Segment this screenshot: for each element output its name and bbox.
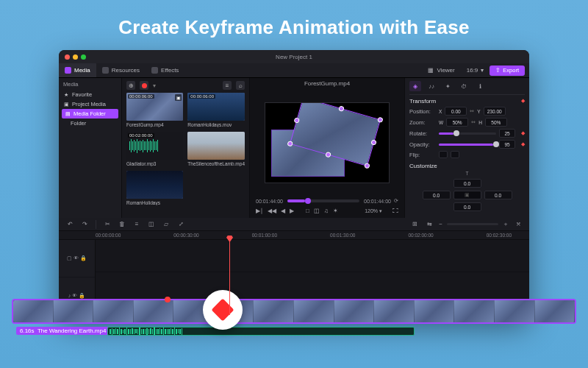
step-back-button[interactable]: ◀◀ — [268, 208, 276, 214]
minimize-icon[interactable] — [73, 54, 78, 60]
timeline-zoom-slider[interactable] — [447, 223, 498, 225]
audio-track[interactable] — [96, 272, 529, 291]
prev-button[interactable]: ▶∣ — [256, 208, 263, 214]
export-button[interactable]: ⇪ Export — [490, 66, 525, 76]
crop-right-input[interactable]: 0.0 — [484, 191, 512, 199]
media-thumb[interactable]: 00:00:06:00▣ForestGump.mp4 — [126, 93, 183, 127]
expand-button[interactable]: ⤢ — [176, 219, 186, 230]
crop-top-input[interactable]: 0.0 — [453, 179, 481, 188]
resize-handle[interactable] — [377, 116, 384, 123]
rotate-input[interactable]: 25 — [499, 129, 515, 138]
link-icon[interactable]: ⇔ — [470, 108, 474, 114]
chevron-down-icon[interactable]: ▾ — [153, 82, 156, 89]
link-button[interactable]: ⇆ — [424, 219, 434, 230]
resize-handle[interactable] — [338, 105, 345, 112]
link-icon[interactable]: ⇔ — [471, 119, 476, 125]
zoom-w-input[interactable]: 50% — [446, 118, 468, 127]
zoom-select[interactable]: 120% ▾ — [365, 208, 382, 214]
opacity-slider[interactable] — [439, 144, 496, 146]
redo-button[interactable]: ↷ — [79, 219, 90, 230]
tick: 00:00:00:00 — [96, 233, 121, 238]
zoom-h-input[interactable]: 50% — [485, 118, 507, 127]
keyframe-icon[interactable]: ◆ — [521, 130, 525, 136]
tab-transform[interactable]: ◈ — [409, 81, 421, 91]
project-title: New Project 1 — [276, 54, 312, 60]
keyframe-icon[interactable]: ◆ — [521, 141, 525, 147]
resize-handle[interactable] — [293, 117, 300, 124]
split-button[interactable]: ≡ — [132, 219, 142, 230]
delete-button[interactable]: 🗑 — [117, 219, 127, 230]
video-track[interactable] — [96, 240, 529, 272]
play-button[interactable]: ◀ — [281, 208, 285, 214]
step-fwd-button[interactable]: ▶ — [290, 208, 294, 214]
loop-icon[interactable]: ⟳ — [394, 198, 398, 204]
undo-button[interactable]: ↶ — [65, 219, 75, 230]
video-track-header[interactable]: ▢ 👁 🔒 — [59, 240, 95, 277]
flip-h-button[interactable] — [439, 151, 448, 158]
camera-icon[interactable]: ✶ — [333, 208, 338, 214]
list-view-button[interactable]: ≡ — [223, 81, 232, 90]
tab-media[interactable]: Media — [59, 63, 96, 77]
fullscreen-button[interactable]: ⛶ — [392, 208, 398, 214]
cut-button[interactable]: ✂ — [102, 219, 112, 230]
search-button[interactable]: ⌕ — [236, 81, 245, 90]
sidebar-item-favorite[interactable]: ★Favorite — [59, 90, 121, 99]
media-thumb[interactable]: 00:00:06:00RomanHolidays.mov — [187, 93, 245, 127]
tab-speed[interactable]: ⏱ — [458, 81, 470, 91]
tab-color[interactable]: ✦ — [442, 81, 453, 91]
time-ruler[interactable]: 00:00:00:00 00:00:30:00 00:01:00:00 00:0… — [59, 231, 529, 240]
record-button[interactable] — [140, 81, 148, 90]
crop-left-input[interactable]: 0.0 — [423, 191, 451, 199]
aspect-select[interactable]: 16:9 ▾ — [461, 67, 490, 74]
slider-knob[interactable] — [453, 130, 459, 136]
marker-button[interactable]: □ — [306, 208, 309, 214]
playhead[interactable] — [229, 240, 230, 315]
label: Media Folder — [74, 110, 106, 117]
media-browser: ⊕ ▾ ≡ ⌕ 00:00:06:00▣ForestGump.mp4 00:00… — [122, 78, 250, 218]
snap-button[interactable]: ⊞ — [409, 219, 420, 230]
crop-button[interactable]: ◫ — [314, 208, 320, 214]
tab-effects[interactable]: Effects — [146, 63, 184, 77]
slider-knob[interactable] — [493, 141, 499, 147]
canvas[interactable] — [265, 102, 390, 183]
fit-button[interactable]: ⤧ — [513, 219, 523, 230]
viewer-mode-select[interactable]: ▦ Viewer — [422, 67, 460, 74]
media-thumb[interactable]: RomanHolidays — [126, 171, 183, 205]
section-title: Customize — [409, 163, 437, 169]
tab-info[interactable]: ℹ — [474, 81, 486, 91]
seek-knob[interactable] — [305, 198, 311, 204]
crop-bottom-input[interactable]: 0.0 — [453, 202, 481, 211]
marker-tool-button[interactable]: ▱ — [161, 219, 171, 230]
maximize-icon[interactable] — [81, 54, 86, 60]
axis-label: W — [439, 120, 443, 125]
media-thumb[interactable]: 00:02:00:00Gladiator.mp3 — [126, 132, 183, 166]
sidebar-item-project-media[interactable]: ▣Project Media — [59, 99, 121, 109]
flip-v-button[interactable] — [451, 151, 459, 158]
crop-tool-button[interactable]: ◫ — [146, 219, 157, 230]
tick: 00:02:00:00 — [408, 233, 433, 238]
section-title: Transform — [409, 98, 436, 105]
tab-audio[interactable]: ♪♪ — [426, 81, 437, 91]
sidebar-item-media-folder[interactable]: ▤Media Folder — [62, 109, 118, 118]
opacity-input[interactable]: 95 — [499, 140, 515, 149]
import-button[interactable]: ⊕ — [126, 81, 135, 90]
sidebar-heading: Media — [59, 81, 121, 90]
audio-track-header[interactable]: ♪ 👁 🔒 — [59, 277, 95, 315]
zoom-in-icon[interactable]: ＋ — [503, 220, 509, 228]
snapshot-button[interactable]: ♫ — [324, 208, 329, 214]
resize-handle[interactable] — [370, 139, 377, 146]
resize-handle[interactable] — [364, 163, 370, 169]
canvas-area[interactable] — [250, 89, 404, 197]
tab-resources[interactable]: Resources — [96, 63, 146, 77]
pos-y-input[interactable]: 230.00 — [484, 107, 506, 116]
media-thumb[interactable]: TheSilenceoftheLamb.mp4 — [187, 132, 245, 166]
add-keyframe-button[interactable]: ◆ — [521, 98, 525, 105]
close-icon[interactable] — [65, 54, 70, 60]
prop-opacity: Opacity: 95 ◆ — [409, 140, 525, 149]
seek-bar[interactable] — [287, 199, 359, 202]
pos-x-input[interactable]: 0.00 — [445, 107, 467, 116]
rotate-slider[interactable] — [439, 132, 496, 135]
sidebar-item-subfolder[interactable]: Folder — [59, 118, 121, 128]
tracks-area[interactable]: ▢ 👁 🔒 ♪ 👁 🔒 — [59, 240, 529, 315]
zoom-out-icon[interactable]: − — [439, 221, 442, 227]
